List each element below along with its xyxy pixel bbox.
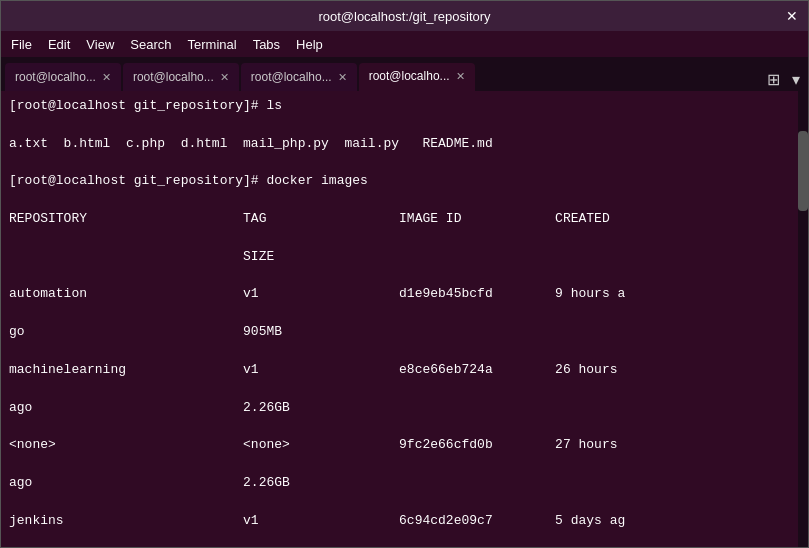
line-10: <none> <none> 9fc2e66cfd0b 27 hours	[9, 436, 800, 455]
tab-4[interactable]: root@localho... ✕	[359, 63, 475, 91]
line-1: [root@localhost git_repository]# ls	[9, 97, 800, 116]
tab-dropdown-button[interactable]: ▾	[788, 68, 804, 91]
title-bar: root@localhost:/git_repository ✕	[1, 1, 808, 31]
menu-help[interactable]: Help	[290, 35, 329, 54]
menu-tabs[interactable]: Tabs	[247, 35, 286, 54]
window-title: root@localhost:/git_repository	[25, 9, 784, 24]
line-12: jenkins v1 6c94cd2e09c7 5 days ag	[9, 512, 800, 531]
menu-edit[interactable]: Edit	[42, 35, 76, 54]
tab-1[interactable]: root@localho... ✕	[5, 63, 121, 91]
line-6: automation v1 d1e9eb45bcfd 9 hours a	[9, 285, 800, 304]
menu-search[interactable]: Search	[124, 35, 177, 54]
line-7: go 905MB	[9, 323, 800, 342]
menu-terminal[interactable]: Terminal	[182, 35, 243, 54]
line-11: ago 2.26GB	[9, 474, 800, 493]
line-4: REPOSITORY TAG IMAGE ID CREATED	[9, 210, 800, 229]
terminal-window: root@localhost:/git_repository ✕ File Ed…	[0, 0, 809, 548]
menu-bar: File Edit View Search Terminal Tabs Help	[1, 31, 808, 57]
line-3: [root@localhost git_repository]# docker …	[9, 172, 800, 191]
tab-new-button[interactable]: ⊞	[763, 68, 784, 91]
menu-file[interactable]: File	[5, 35, 38, 54]
tab-3-label: root@localho...	[251, 70, 332, 84]
tab-4-label: root@localho...	[369, 69, 450, 83]
tab-1-label: root@localho...	[15, 70, 96, 84]
tab-2[interactable]: root@localho... ✕	[123, 63, 239, 91]
tab-4-close[interactable]: ✕	[456, 70, 465, 83]
line-2: a.txt b.html c.php d.html mail_php.py ma…	[9, 135, 800, 154]
tab-3[interactable]: root@localho... ✕	[241, 63, 357, 91]
line-9: ago 2.26GB	[9, 399, 800, 418]
tab-2-close[interactable]: ✕	[220, 71, 229, 84]
scrollbar-thumb[interactable]	[798, 131, 808, 211]
tab-1-close[interactable]: ✕	[102, 71, 111, 84]
tab-3-close[interactable]: ✕	[338, 71, 347, 84]
line-5: SIZE	[9, 248, 800, 267]
terminal-area[interactable]: [root@localhost git_repository]# ls a.tx…	[1, 91, 808, 547]
line-8: machinelearning v1 e8ce66eb724a 26 hours	[9, 361, 800, 380]
menu-view[interactable]: View	[80, 35, 120, 54]
tab-bar: root@localho... ✕ root@localho... ✕ root…	[1, 57, 808, 91]
close-button[interactable]: ✕	[784, 8, 800, 24]
terminal-output: [root@localhost git_repository]# ls a.tx…	[9, 97, 800, 547]
scrollbar[interactable]	[798, 91, 808, 547]
tab-actions: ⊞ ▾	[763, 68, 804, 91]
tab-2-label: root@localho...	[133, 70, 214, 84]
